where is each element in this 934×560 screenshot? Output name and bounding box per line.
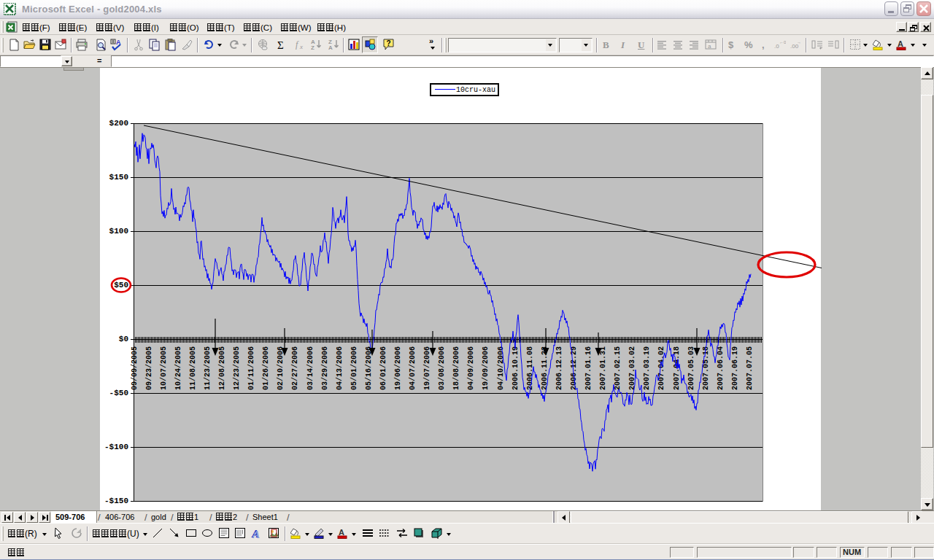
svg-text:←0: ←0: [779, 40, 786, 44]
svg-text:A: A: [898, 39, 903, 48]
svg-text:A: A: [328, 44, 333, 51]
svg-text:→: →: [797, 40, 801, 44]
svg-text:Z: Z: [311, 44, 314, 51]
svg-text:Σ: Σ: [277, 39, 284, 51]
svg-text:A: A: [252, 529, 260, 540]
svg-text:a: a: [708, 43, 711, 50]
svg-text:x: x: [299, 43, 303, 50]
svg-text:A: A: [339, 528, 344, 537]
svg-text:f: f: [296, 39, 299, 50]
svg-text:?: ?: [387, 39, 391, 47]
